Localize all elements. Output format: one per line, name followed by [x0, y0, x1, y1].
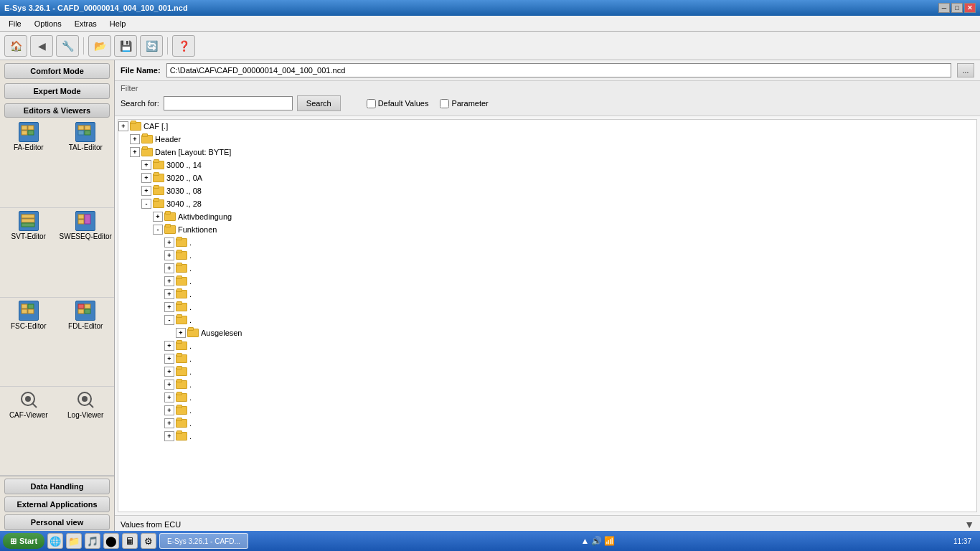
tree-node-aktivbedingung[interactable]: +Aktivbedingung	[118, 210, 976, 223]
fdl-editor-item[interactable]: FDL-Editor	[57, 298, 115, 387]
editors-viewers-label[interactable]: Editors & Viewers	[4, 103, 110, 118]
search-input[interactable]	[164, 96, 293, 110]
sweseq-editor-item[interactable]: SWESEQ-Editor	[57, 208, 115, 297]
tree-node-f6[interactable]: +.	[118, 301, 976, 314]
tree-toggle-funktionen[interactable]: -	[153, 225, 163, 235]
parameter-check[interactable]	[440, 99, 449, 108]
save-button[interactable]: 💾	[114, 35, 137, 57]
tree-node-ausgelesen[interactable]: +Ausgelesen	[118, 326, 976, 339]
taskbar-media-icon[interactable]: 🎵	[85, 533, 100, 549]
tree-node-f1[interactable]: +.	[118, 236, 976, 249]
tree-toggle-3040[interactable]: -	[141, 199, 151, 209]
tree-node-f5[interactable]: +.	[118, 288, 976, 301]
taskbar-esys-app[interactable]: E-Sys 3.26.1 - CAFD...	[159, 533, 248, 549]
tree-toggle-f11[interactable]: +	[164, 380, 174, 390]
taskbar-volume-icon[interactable]: 🔊	[591, 536, 602, 546]
tree-toggle-ausgelesen[interactable]: +	[176, 328, 186, 338]
taskbar-network-icon[interactable]: 📶	[604, 536, 615, 546]
data-handling-button[interactable]: Data Handling	[4, 479, 110, 494]
open-button[interactable]: 📂	[88, 35, 111, 57]
tree-node-3030[interactable]: +3030 ., 08	[118, 184, 976, 197]
tree-toggle-f6[interactable]: +	[164, 302, 174, 312]
tree-node-3020[interactable]: +3020 ., 0A	[118, 171, 976, 184]
tree-node-f12[interactable]: +.	[118, 391, 976, 404]
tal-editor-item[interactable]: TAL-Editor	[57, 119, 115, 208]
default-values-checkbox[interactable]: Default Values	[367, 99, 429, 108]
personal-view-button[interactable]: Personal view	[4, 514, 110, 530]
tree-toggle-f9[interactable]: +	[164, 354, 174, 364]
tree-node-f4[interactable]: +.	[118, 275, 976, 288]
tree-node-3000[interactable]: +3000 ., 14	[118, 159, 976, 171]
tree-node-f15[interactable]: +.	[118, 430, 976, 443]
tree-toggle-f12[interactable]: +	[164, 392, 174, 402]
tree-toggle-aktivbedingung[interactable]: +	[153, 212, 163, 222]
parameter-checkbox[interactable]: Parameter	[440, 99, 488, 108]
folder-icon-f4	[176, 277, 187, 286]
tools-button[interactable]: 🔧	[56, 35, 79, 57]
file-browse-button[interactable]: ...	[957, 63, 974, 77]
tree-toggle-header[interactable]: +	[130, 134, 140, 144]
tree-toggle-daten[interactable]: +	[130, 147, 140, 157]
menu-file[interactable]: File	[3, 18, 27, 29]
tree-toggle-f1[interactable]: +	[164, 237, 174, 248]
tree-node-f13[interactable]: +.	[118, 404, 976, 417]
home-button[interactable]: 🏠	[4, 35, 27, 57]
tree-node-funktionen[interactable]: -Funktionen	[118, 223, 976, 236]
tree-toggle-f13[interactable]: +	[164, 405, 174, 415]
tree-node-f2[interactable]: +.	[118, 249, 976, 262]
taskbar-calc-icon[interactable]: 🖩	[122, 533, 138, 549]
values-expand-button[interactable]: ▼	[964, 519, 974, 530]
tree-node-header[interactable]: +Header	[118, 133, 976, 146]
taskbar-chrome-icon[interactable]: ⬤	[103, 533, 119, 549]
fa-editor-item[interactable]: FA-Editor	[0, 119, 57, 208]
tree-toggle-caf[interactable]: +	[118, 121, 128, 131]
tree-node-f9[interactable]: +.	[118, 352, 976, 365]
start-button[interactable]: ⊞ Start	[3, 533, 44, 549]
menu-options[interactable]: Options	[29, 18, 67, 29]
tree-toggle-f2[interactable]: +	[164, 250, 174, 260]
svg-point-26	[82, 396, 88, 402]
log-viewer-item[interactable]: Log-Viewer	[57, 387, 115, 476]
taskbar-ie-icon[interactable]: 🌐	[47, 533, 63, 549]
search-button[interactable]: Search	[297, 95, 341, 111]
tree-toggle-f4[interactable]: +	[164, 276, 174, 286]
tree-node-3040[interactable]: -3040 ., 28	[118, 197, 976, 210]
tree-toggle-f10[interactable]: +	[164, 367, 174, 377]
tree-toggle-f14[interactable]: +	[164, 418, 174, 428]
tree-node-f10[interactable]: +.	[118, 365, 976, 378]
tree-toggle-3030[interactable]: +	[141, 186, 151, 196]
external-applications-button[interactable]: External Applications	[4, 496, 110, 512]
help-button[interactable]: ❓	[172, 35, 195, 57]
tree-toggle-f5[interactable]: +	[164, 289, 174, 299]
refresh-button[interactable]: 🔄	[140, 35, 163, 57]
fsc-editor-item[interactable]: FSC-Editor	[0, 298, 57, 387]
maximize-button[interactable]: □	[951, 3, 963, 13]
taskbar-folder-icon[interactable]: 📁	[66, 533, 82, 549]
file-name-input[interactable]	[166, 63, 951, 77]
tree-toggle-3020[interactable]: +	[141, 173, 151, 183]
tree-toggle-f15[interactable]: +	[164, 431, 174, 441]
caf-viewer-item[interactable]: CAF-Viewer	[0, 387, 57, 476]
tree-node-daten[interactable]: +Daten [Layout: BYTE]	[118, 146, 976, 159]
default-values-check[interactable]	[367, 99, 376, 108]
tree-toggle-f8[interactable]: +	[164, 341, 174, 351]
taskbar-settings-icon[interactable]: ⚙	[141, 533, 156, 549]
close-button[interactable]: ✕	[964, 3, 976, 13]
menu-help[interactable]: Help	[104, 18, 132, 29]
tree-area[interactable]: +CAF [.]+Header+Daten [Layout: BYTE]+300…	[118, 119, 977, 512]
tree-toggle-3000[interactable]: +	[141, 160, 151, 170]
expert-mode-button[interactable]: Expert Mode	[4, 83, 110, 99]
comfort-mode-button[interactable]: Comfort Mode	[4, 63, 110, 79]
tree-toggle-f3[interactable]: +	[164, 263, 174, 273]
back-button[interactable]: ◀	[30, 35, 53, 57]
svt-editor-item[interactable]: SVT-Editor	[0, 208, 57, 297]
menu-extras[interactable]: Extras	[69, 18, 103, 29]
minimize-button[interactable]: ─	[938, 3, 950, 13]
tree-toggle-f7[interactable]: -	[164, 315, 174, 325]
tree-node-f14[interactable]: +.	[118, 417, 976, 430]
tree-node-f3[interactable]: +.	[118, 262, 976, 275]
tree-node-f11[interactable]: +.	[118, 378, 976, 391]
tree-node-f8[interactable]: +.	[118, 339, 976, 352]
tree-node-f7[interactable]: -.	[118, 314, 976, 326]
tree-node-caf[interactable]: +CAF [.]	[118, 120, 976, 133]
